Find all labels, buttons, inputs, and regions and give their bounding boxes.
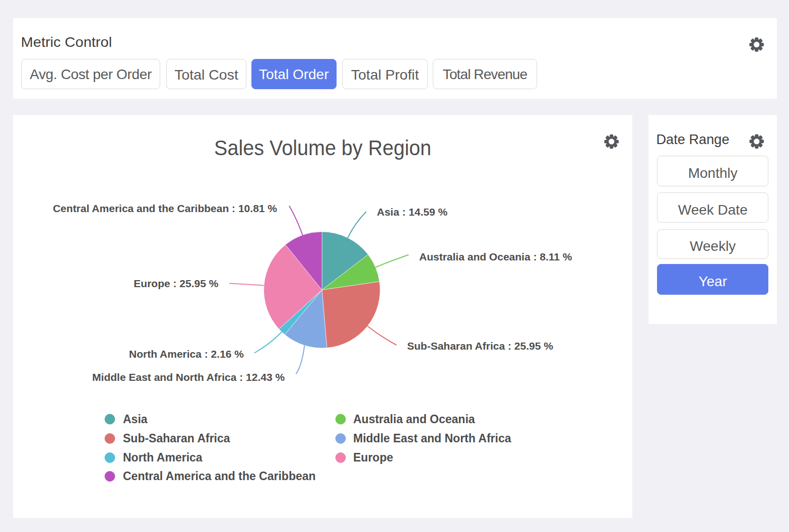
svg-text:Europe: Europe	[353, 451, 393, 464]
svg-text:Middle East and North Africa: Middle East and North Africa	[353, 432, 511, 445]
svg-text:Middle East and North Africa :: Middle East and North Africa : 12.43 %	[92, 371, 285, 383]
svg-text:Australia and Oceania: Australia and Oceania	[353, 413, 475, 426]
svg-text:North America : 2.16 %: North America : 2.16 %	[129, 348, 244, 360]
svg-text:North America: North America	[123, 451, 203, 464]
svg-text:Australia and Oceania : 8.11 %: Australia and Oceania : 8.11 %	[419, 251, 572, 262]
svg-text:Asia : 14.59 %: Asia : 14.59 %	[377, 206, 447, 218]
svg-text:Date Range: Date Range	[656, 131, 730, 147]
svg-text:Sub-Saharan Africa : 25.95 %: Sub-Saharan Africa : 25.95 %	[407, 340, 553, 352]
svg-text:Asia: Asia	[123, 413, 148, 426]
svg-text:Central America and the Caribb: Central America and the Caribbean	[123, 470, 316, 483]
svg-text:Sales Volume by Region: Sales Volume by Region	[214, 136, 431, 160]
svg-text:Sub-Saharan Africa: Sub-Saharan Africa	[123, 432, 230, 445]
svg-text:Metric Control: Metric Control	[21, 34, 112, 50]
svg-text:Europe : 25.95 %: Europe : 25.95 %	[134, 278, 218, 289]
svg-text:Central America and the Caribb: Central America and the Caribbean : 10.8…	[53, 203, 277, 214]
